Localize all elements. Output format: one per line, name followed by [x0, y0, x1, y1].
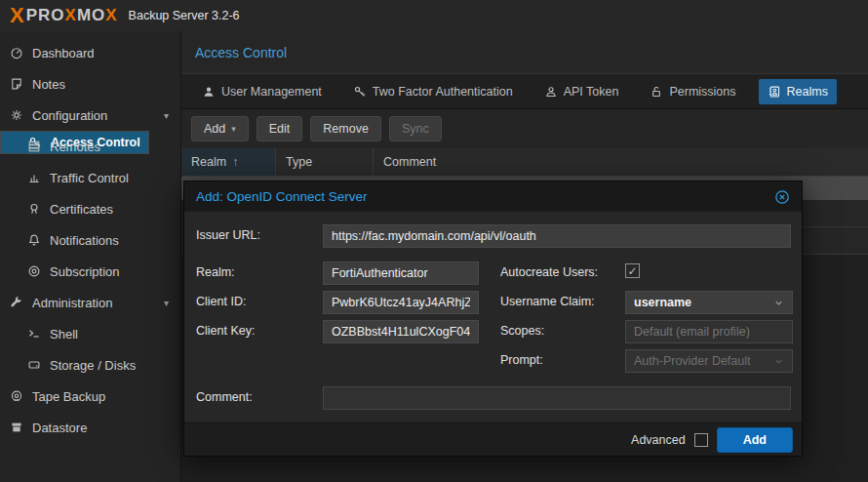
remove-button-label: Remove	[323, 122, 369, 136]
username-claim-value: username	[634, 296, 691, 309]
key-icon	[353, 85, 367, 99]
sidebar-item-label: Certificates	[50, 202, 113, 217]
sidebar-item-datastore[interactable]: Datastore	[0, 412, 180, 443]
dialog-titlebar[interactable]: Add: OpenID Connect Server	[184, 181, 802, 212]
sidebar-item-label: Subscription	[50, 264, 120, 279]
sidebar-item-label: Traffic Control	[50, 171, 129, 185]
chevron-down-icon	[773, 356, 784, 367]
tab-bar: User Management Two Factor Authenticatio…	[181, 74, 868, 109]
sidebar-item-label: Notes	[32, 77, 65, 92]
prompt-label: Prompt:	[500, 353, 543, 367]
column-label: Realm	[191, 155, 226, 169]
column-header-realm[interactable]: Realm ↑	[181, 148, 276, 176]
gears-icon	[10, 108, 23, 122]
issuer-url-input[interactable]	[323, 224, 791, 248]
dialog-add-button[interactable]: Add	[717, 427, 793, 453]
sidebar-item-configuration[interactable]: Configuration ▾	[0, 100, 180, 131]
dialog-title: Add: OpenID Connect Server	[196, 189, 368, 204]
username-claim-select[interactable]: username	[625, 291, 793, 314]
autocreate-users-label: Autocreate Users:	[500, 265, 598, 279]
sidebar-nav: Dashboard Notes Configuration ▾ Access C…	[0, 31, 180, 482]
remove-button[interactable]: Remove	[310, 116, 381, 141]
tab-label: API Token	[564, 85, 619, 99]
brand-wordmark: PROXMOX	[26, 6, 118, 25]
subscription-icon	[27, 264, 41, 278]
sidebar-item-administration[interactable]: Administration ▾	[0, 287, 180, 318]
client-key-label: Client Key:	[196, 324, 255, 338]
sidebar-item-certificates[interactable]: Certificates	[0, 193, 180, 224]
wrench-icon	[10, 296, 23, 309]
sidebar-item-label: Datastore	[32, 421, 87, 435]
sidebar-item-subscription[interactable]: Subscription	[0, 256, 180, 287]
autocreate-users-checkbox[interactable]: ✓	[625, 263, 640, 278]
sidebar-item-shell[interactable]: Shell	[0, 318, 180, 349]
sidebar-item-label: Remotes	[50, 140, 100, 154]
scopes-input[interactable]	[625, 320, 793, 343]
tab-permissions[interactable]: Permissions	[641, 79, 744, 104]
product-version-label: Backup Server 3.2-6	[129, 9, 240, 22]
sync-button-label: Sync	[402, 122, 429, 136]
column-header-comment[interactable]: Comment	[374, 148, 868, 176]
add-button[interactable]: Add ▾	[191, 116, 249, 141]
chevron-down-icon[interactable]: ▾	[164, 298, 169, 308]
realms-table-header: Realm ↑ Type Comment	[181, 148, 868, 177]
address-book-icon	[768, 85, 781, 99]
sidebar-item-label: Administration	[32, 296, 112, 310]
brand-seg: X	[65, 6, 77, 24]
username-claim-label: Username Claim:	[500, 295, 595, 308]
tab-label: Realms	[787, 85, 828, 99]
edit-button-label: Edit	[269, 122, 291, 136]
sidebar-item-label: Configuration	[32, 108, 107, 123]
certificate-icon	[27, 202, 41, 216]
app-window: X PROXMOX Backup Server 3.2-6 Dashboard …	[0, 0, 868, 482]
close-icon[interactable]	[774, 189, 790, 205]
tab-label: Permissions	[669, 85, 735, 99]
sidebar-item-label: Notifications	[50, 233, 119, 248]
prompt-select: Auth-Provider Default	[625, 349, 793, 373]
realm-input[interactable]	[323, 261, 479, 285]
advanced-checkbox[interactable]	[694, 433, 708, 447]
sidebar-item-remotes[interactable]: Remotes	[0, 131, 180, 162]
user-outline-icon	[544, 85, 558, 99]
page-title-bar: Access Control	[181, 31, 868, 74]
note-icon	[10, 77, 23, 91]
sidebar-item-notes[interactable]: Notes	[0, 68, 180, 100]
page-title: Access Control	[195, 45, 287, 60]
add-button-label: Add	[204, 122, 225, 136]
sidebar-item-storage-disks[interactable]: Storage / Disks	[0, 349, 180, 381]
add-openid-connect-server-dialog: Add: OpenID Connect Server Issuer URL: R…	[183, 181, 803, 457]
proxmox-x-logo-icon: X	[10, 5, 24, 26]
sidebar-item-notifications[interactable]: Notifications	[0, 224, 180, 256]
servers-icon	[27, 140, 41, 153]
tab-api-token[interactable]: API Token	[535, 79, 628, 104]
disk-icon	[27, 358, 41, 372]
sidebar-item-label: Dashboard	[32, 46, 95, 60]
tape-icon	[10, 389, 23, 403]
traffic-chart-icon	[27, 171, 41, 184]
sidebar-item-traffic-control[interactable]: Traffic Control	[0, 162, 180, 193]
sync-button: Sync	[389, 116, 442, 141]
datastore-icon	[10, 421, 23, 434]
tab-label: Two Factor Authentication	[373, 85, 513, 99]
edit-button[interactable]: Edit	[256, 116, 303, 141]
client-id-input[interactable]	[323, 291, 479, 314]
tab-realms[interactable]: Realms	[759, 79, 837, 104]
sidebar-item-dashboard[interactable]: Dashboard	[0, 37, 180, 68]
tab-label: User Management	[221, 85, 322, 99]
tab-user-management[interactable]: User Management	[193, 79, 331, 104]
dialog-add-button-label: Add	[743, 433, 767, 447]
tab-two-factor-authentication[interactable]: Two Factor Authentication	[344, 79, 522, 104]
chevron-down-icon[interactable]: ▾	[164, 110, 169, 121]
proxmox-logo: X PROXMOX	[10, 5, 118, 26]
column-header-type[interactable]: Type	[276, 148, 374, 176]
chevron-down-icon	[773, 298, 784, 308]
comment-input[interactable]	[323, 386, 791, 410]
chevron-down-icon: ▾	[231, 124, 236, 134]
top-header-bar: X PROXMOX Backup Server 3.2-6	[0, 0, 868, 31]
sort-ascending-icon: ↑	[232, 155, 238, 169]
sidebar-item-tape-backup[interactable]: Tape Backup	[0, 381, 180, 412]
user-icon	[202, 85, 216, 99]
column-label: Type	[286, 155, 312, 169]
client-key-input[interactable]	[323, 320, 479, 343]
brand-seg: X	[105, 6, 117, 24]
